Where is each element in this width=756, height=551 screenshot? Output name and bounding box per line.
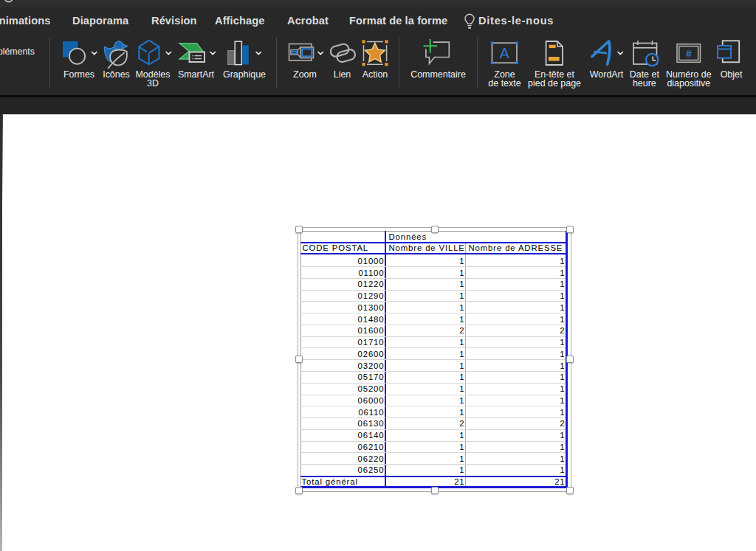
svg-text:A: A — [500, 45, 509, 61]
svg-text:#: # — [686, 48, 692, 60]
